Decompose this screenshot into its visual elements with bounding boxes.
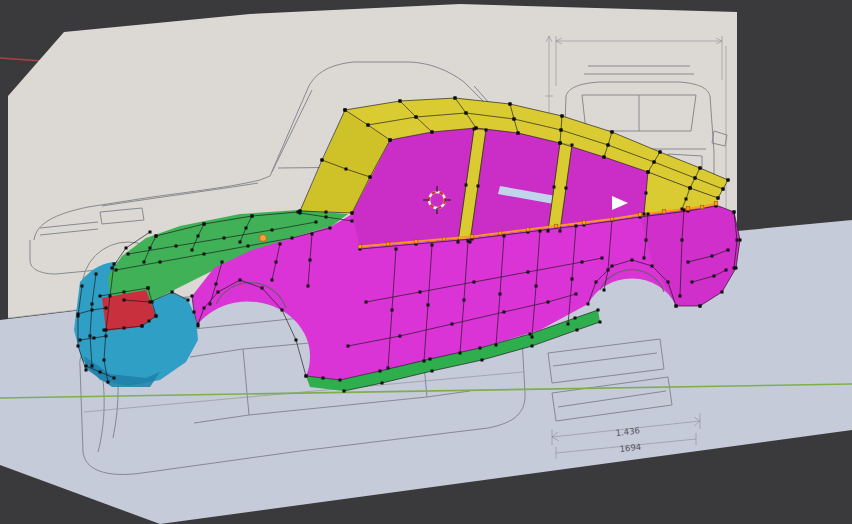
viewport-canvas[interactable]: 1.436 1694 [0,0,852,524]
viewport-3d[interactable]: 1.436 1694 [0,0,852,524]
object-origin [260,235,267,242]
